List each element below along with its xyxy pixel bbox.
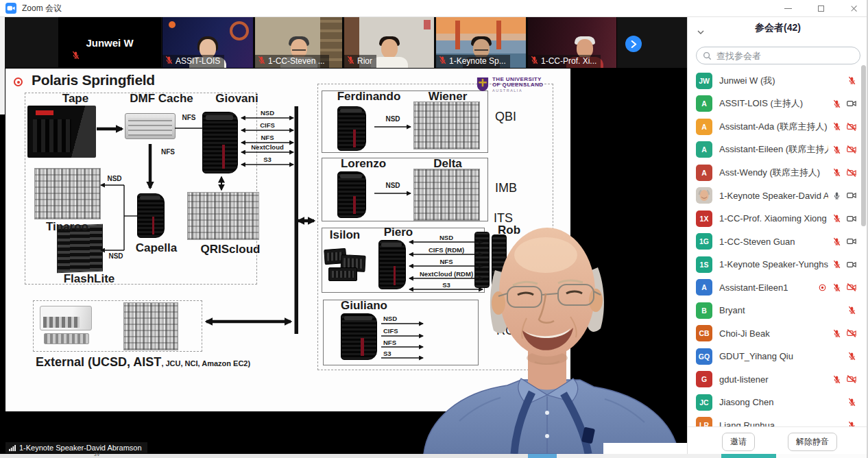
mic-muted-icon	[847, 306, 856, 315]
background-accent	[721, 454, 776, 458]
avatar: G	[696, 371, 712, 387]
participant-status-icons	[847, 352, 856, 361]
scrollbar-thumb[interactable]	[861, 65, 866, 226]
participant-row[interactable]: B Bryant	[688, 299, 863, 322]
next-page-button[interactable]	[625, 36, 642, 52]
video-tile[interactable]: 1-Keynote Sp...	[435, 17, 527, 68]
avatar: A	[696, 279, 712, 296]
participant-name: Jiasong Chen	[719, 397, 843, 407]
participant-name: 1-CC-Steven Guan	[719, 237, 828, 247]
protocol-label: S3	[383, 350, 422, 357]
maximize-button[interactable]	[813, 1, 828, 16]
participant-name: Assistant-Eileen (联席主持人)	[719, 143, 828, 156]
camera-off-icon	[847, 122, 856, 132]
participant-name: 1-Keynote Speaker-David Abra...	[719, 191, 828, 201]
mic-muted-icon	[832, 283, 841, 292]
label-nsd: NSD	[376, 115, 410, 123]
main-video-area: Polaris Springfield Tape DMF Cache Giova…	[0, 68, 687, 454]
label-isilon: Isilon	[321, 228, 369, 242]
invite-button[interactable]: 邀请	[722, 433, 755, 451]
label-giovani: Giovani	[204, 92, 269, 106]
participant-row[interactable]: 1X 1-CC-Prof. Xiaoming Xiong	[688, 207, 863, 230]
record-icon	[14, 77, 23, 86]
participant-status-icons	[847, 76, 856, 85]
video-tile[interactable]: ASSIT-LOIS	[162, 17, 254, 68]
participant-list: JW Junwei W (我) A ASSIT-LOIS (主持人) A Ass…	[688, 69, 863, 426]
participant-row[interactable]: JC Jiasong Chen	[688, 391, 863, 414]
participant-status-icons	[832, 214, 856, 224]
participant-status-icons	[847, 421, 856, 426]
title-bar: Zoom 会议	[0, 0, 868, 17]
participant-row[interactable]: CB Choi-Ji Beak	[688, 322, 863, 346]
slide-title: Polaris Springfield	[32, 72, 155, 88]
avatar: A	[696, 95, 712, 112]
label-dmf-cache: DMF Cache	[119, 92, 204, 106]
recording-icon	[818, 283, 827, 292]
minimize-button[interactable]	[780, 1, 795, 16]
participant-row[interactable]: LR Liang Runhua	[688, 414, 863, 427]
participant-status-icons	[832, 191, 856, 200]
mic-muted-icon	[438, 56, 447, 67]
participant-row[interactable]: A ASSIT-LOIS (主持人)	[688, 93, 863, 116]
participant-status-icons	[832, 168, 856, 178]
protocol-label: NSD	[383, 315, 422, 322]
camera-on-icon	[847, 260, 856, 269]
zoom-logo-icon	[5, 3, 16, 14]
label-wiener: Wiener	[417, 90, 479, 104]
mic-muted-icon	[346, 56, 355, 67]
participant-row[interactable]: JW Junwei W (我)	[688, 69, 863, 93]
participant-row[interactable]: A Asst-Wendy (联席主持人)	[688, 161, 863, 184]
participant-row[interactable]: G gdut-listener	[688, 368, 863, 391]
speaker-video[interactable]	[418, 222, 687, 454]
label-delta: Delta	[417, 157, 479, 171]
unmute-all-button[interactable]: 解除静音	[788, 433, 837, 451]
video-tile[interactable]: Junwei W	[58, 17, 161, 68]
mic-muted-icon	[257, 56, 266, 67]
label-tinaroo: Tinaroo	[26, 220, 108, 234]
avatar: CB	[696, 325, 712, 341]
participant-name: 1-Keynote Speaker-Yunghsiang ...	[719, 259, 828, 269]
mic-muted-icon	[832, 237, 841, 246]
camera-off-icon	[847, 328, 856, 338]
uq-logo: THE UNIVERSITY OF QUEENSLAND AUSTRALIA	[477, 77, 544, 93]
participant-row[interactable]: A Assistant-Ada (联席主持人)	[688, 115, 863, 138]
avatar: B	[696, 302, 712, 319]
participant-row[interactable]: 1S 1-Keynote Speaker-Yunghsiang ...	[688, 253, 863, 276]
mic-muted-icon	[832, 260, 841, 269]
participant-status-icons	[832, 374, 856, 384]
video-tile[interactable]: 1-CC-Steven ...	[254, 17, 343, 68]
zoom-meeting-window: Zoom 会议 Junwei W ASSIT-LOIS 1-CC-Steven …	[0, 0, 868, 458]
camera-off-icon	[847, 145, 856, 154]
mic-muted-icon	[847, 352, 856, 361]
participant-row[interactable]: A Assistant-Eileen (联席主持人)	[688, 138, 863, 162]
label-nsd: NSD	[101, 252, 130, 260]
mic-muted-icon	[832, 214, 841, 223]
video-tile[interactable]: 1-CC-Prof. Xi...	[527, 17, 617, 68]
label-tape: Tape	[41, 92, 110, 106]
mic-muted-icon	[847, 421, 856, 426]
participant-row[interactable]: 1-Keynote Speaker-David Abra...	[688, 184, 863, 208]
participant-name: Assistant-Ada (联席主持人)	[719, 121, 828, 133]
participant-row[interactable]: GQ GDUT_Yihang Qiu	[688, 345, 863, 368]
mic-muted-icon	[832, 168, 841, 177]
label-ferdinando: Ferdinando	[328, 90, 410, 104]
camera-off-icon	[847, 374, 856, 384]
participant-row[interactable]: 1G 1-CC-Steven Guan	[688, 230, 863, 254]
label-nsd: NSD	[376, 182, 410, 189]
participant-row[interactable]: A Assistant-Eileen1	[688, 276, 863, 300]
mic-muted-icon	[165, 56, 173, 67]
video-tile[interactable]: Rior	[343, 17, 435, 68]
background-window-sliver	[0, 17, 5, 114]
protocol-label: NFS	[383, 339, 422, 346]
close-button[interactable]	[846, 1, 861, 16]
search-input[interactable]	[715, 50, 854, 62]
search-icon	[703, 51, 712, 60]
label-flashlite: FlashLite	[48, 272, 130, 286]
protocol-label: S3	[241, 156, 293, 163]
participant-status-icons	[832, 237, 856, 246]
participant-name: 1-CC-Prof. Xiaoming Xiong	[719, 213, 828, 224]
mic-muted-icon	[832, 329, 841, 338]
participant-status-icons	[832, 260, 856, 269]
camera-on-icon	[847, 214, 856, 224]
participant-name: GDUT_Yihang Qiu	[719, 351, 843, 361]
